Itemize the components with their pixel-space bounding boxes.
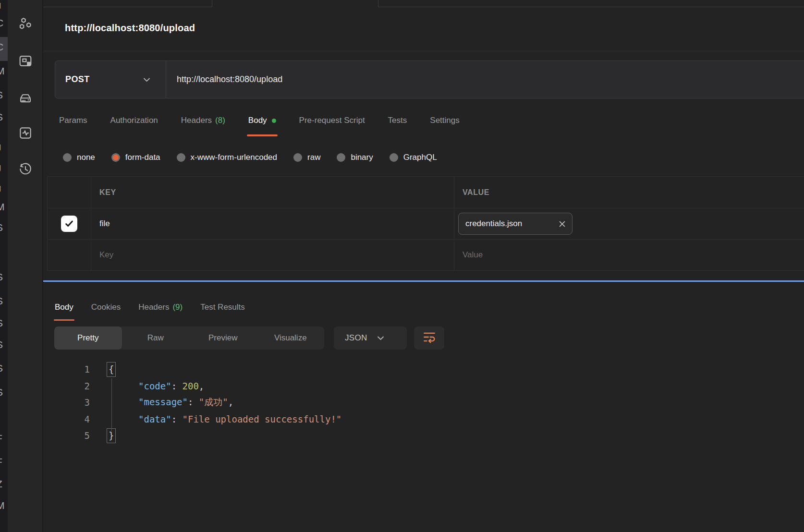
response-pane-divider[interactable] [43,280,804,282]
occluded-item-letter: Z [0,478,8,490]
radio-label: GraphQL [403,153,437,162]
response-body-json: 1{2"code": 200,3"message": "成功",4"data":… [43,361,804,444]
mock-servers-icon[interactable] [17,90,34,107]
code-line: 2"code": 200, [43,378,804,395]
occluded-item-letter: J [0,142,8,154]
code-line: 4"data": "File uploaded successfully!" [43,411,804,428]
view-mode-pretty[interactable]: Pretty [54,326,122,350]
line-number: 3 [43,397,90,408]
key-cell[interactable]: file [99,219,110,229]
line-number: 4 [43,414,90,424]
file-chip[interactable]: credentials.json [458,213,573,235]
view-mode-visualize[interactable]: Visualize [257,326,325,350]
occluded-item-letter: M [0,65,8,77]
view-mode-switch: PrettyRawPreviewVisualize [54,326,324,350]
postman-window: JCCMSSJJJMSSSSSSS:FFZM [0,0,804,532]
row-checkbox-checked[interactable] [61,216,77,232]
tab-cookies[interactable]: Cookies [91,299,121,321]
tab-label: Headers [181,116,212,125]
tab-label: Tests [388,116,407,125]
wrap-lines-button[interactable] [414,326,444,350]
wrap-lines-icon [423,330,436,346]
occluded-sidebar-strip: JCCMSSJJJMSSSSSSS:FFZM [0,0,8,532]
value-column-header: VALUE [463,188,489,197]
tab-settings[interactable]: Settings [430,111,459,136]
body-mode-form-data[interactable]: form-data [111,153,160,162]
window-tab-strip [43,0,804,7]
url-bar: POST http://localhost:8080/upload [55,60,804,98]
code-text: "message": "成功", [109,396,233,409]
occluded-item-letter: S [0,295,8,307]
tab-divider [212,0,212,7]
body-mode-none[interactable]: none [63,153,95,162]
body-mode-graphql[interactable]: GraphQL [390,153,437,162]
occluded-item-letter: S [0,387,8,398]
occluded-item-letter: M [0,201,8,213]
monitors-icon[interactable] [17,125,34,141]
method-select[interactable]: POST [55,61,166,98]
response-tabs: BodyCookiesHeaders(9)Test Results [55,299,245,321]
radio-label: binary [351,153,373,162]
chevron-down-icon [377,336,384,340]
occluded-item-letter: C [0,17,8,29]
tab-body[interactable]: Body [248,111,276,136]
occluded-item-letter: F [0,433,8,444]
table-placeholder-row: Key Value [48,240,804,271]
tab-label: Headers [138,302,169,312]
radio-icon [111,153,120,162]
occluded-item-letter: S [0,111,8,123]
tab-params[interactable]: Params [59,111,87,136]
body-mode-raw[interactable]: raw [293,153,320,162]
occluded-item-letter: S [0,317,8,329]
fold-indent-guide [111,378,112,431]
request-tabs: ParamsAuthorizationHeaders(8)BodyPre-req… [59,111,460,136]
view-mode-preview[interactable]: Preview [189,326,257,350]
tab-label: Test Results [200,302,245,312]
code-text: "code": 200, [109,381,204,391]
language-label: JSON [345,333,367,343]
history-icon[interactable] [17,161,34,177]
tab-headers[interactable]: Headers(8) [181,111,225,136]
request-title-row: http://localhost:8080/upload [43,7,804,51]
radio-icon [390,153,398,162]
tab-test-results[interactable]: Test Results [200,299,245,321]
occluded-item-letter: M [0,500,8,511]
line-number: 2 [43,381,90,391]
main-panel: http://localhost:8080/upload POST http:/… [43,0,804,532]
apis-icon[interactable] [17,53,34,69]
inactive-tab-edge[interactable] [378,0,804,7]
line-number: 5 [43,430,90,441]
file-chip-label: credentials.json [459,219,522,229]
key-input-placeholder[interactable]: Key [99,250,113,260]
tab-headers[interactable]: Headers(9) [138,299,183,321]
occluded-item-letter: : [0,410,8,421]
code-text: } [109,428,116,443]
line-number: 1 [43,364,90,375]
tab-authorization[interactable]: Authorization [110,111,158,136]
tab-tests[interactable]: Tests [388,111,407,136]
occluded-item-letter: S [0,271,8,283]
body-mode-x-www-form-urlencoded[interactable]: x-www-form-urlencoded [177,153,277,162]
collections-icon[interactable] [17,16,34,32]
tab-label: Body [248,116,267,125]
empty-checkbox-cell [48,240,91,270]
tab-body[interactable]: Body [55,299,73,321]
code-line: 1{ [43,361,804,378]
language-select[interactable]: JSON [334,326,407,350]
code-line: 3"message": "成功", [43,394,804,411]
radio-icon [177,153,185,162]
radio-icon [337,153,345,162]
tab-pre-request-script[interactable]: Pre-request Script [299,111,365,136]
occluded-item-letter: J [0,0,8,12]
body-mode-binary[interactable]: binary [337,153,373,162]
form-data-table: KEY VALUE file credentials.json [47,176,804,270]
url-input[interactable]: http://localhost:8080/upload [166,61,282,98]
radio-label: raw [307,153,320,162]
occluded-item-letter: J [0,183,8,195]
remove-file-icon[interactable] [559,220,566,228]
value-input-placeholder[interactable]: Value [458,250,483,260]
view-mode-raw[interactable]: Raw [122,326,190,350]
tab-count-badge: (8) [215,116,225,125]
inactive-tab-edge[interactable] [43,0,212,7]
tab-label: Settings [430,116,459,125]
